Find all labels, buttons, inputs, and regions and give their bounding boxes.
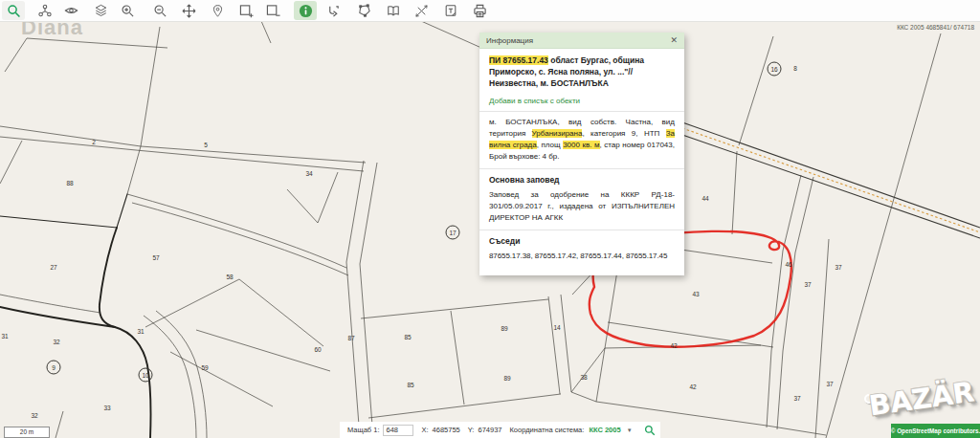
- parcel-label: 85: [404, 335, 411, 341]
- polygon-select-button[interactable]: [352, 1, 375, 20]
- locate-button[interactable]: [206, 1, 229, 20]
- parcel-label: 42: [689, 384, 696, 391]
- section-heading-order: Основна заповед: [489, 175, 675, 185]
- zoom-in-button[interactable]: [116, 1, 139, 20]
- y-coordinate-value: 674937: [478, 426, 501, 434]
- parcel-label: 34: [305, 171, 312, 178]
- road-orange-dashed: [682, 128, 980, 232]
- detail-text: , площ: [537, 141, 563, 149]
- corner-arrow-icon: [326, 4, 341, 18]
- parcel-label: 42: [670, 343, 677, 350]
- info-popup: Информация ✕ ПИ 87655.17.43 област Бурга…: [479, 33, 684, 275]
- parcel-label-circled: 17: [446, 226, 460, 240]
- divider: [479, 111, 684, 112]
- parcel-label: 31: [1, 334, 8, 340]
- parcel-label: 37: [826, 382, 833, 388]
- crs-select[interactable]: ККС 2005: [589, 426, 620, 434]
- parcel-label-circled: 16: [768, 62, 782, 77]
- search-button[interactable]: [2, 1, 25, 20]
- search-icon: [7, 4, 21, 18]
- parcel-label-circled: 9: [47, 361, 61, 375]
- parcel-label: 57: [152, 255, 159, 262]
- map-scale-bar: 20 m: [4, 427, 50, 438]
- text-page-icon: [444, 4, 457, 18]
- parcel-label: 59: [201, 365, 208, 372]
- parcel-label: 43: [692, 292, 699, 298]
- parcel-label: 37: [793, 396, 800, 403]
- x-label: X:: [421, 426, 428, 434]
- measure-button[interactable]: [410, 1, 433, 20]
- zoom-out-button[interactable]: [148, 1, 171, 20]
- location-pin-icon: [212, 4, 224, 18]
- rectangle-plus-icon: [239, 4, 254, 18]
- map-book-button[interactable]: [382, 1, 405, 20]
- parcel-label: 32: [53, 339, 59, 346]
- eye-icon: [64, 4, 78, 17]
- layers-icon: [94, 4, 108, 17]
- highlighted-value: 3000 кв. м: [563, 141, 599, 149]
- scale-input[interactable]: 648: [383, 425, 413, 436]
- zoom-in-icon: [121, 4, 135, 18]
- parcel-label: 58: [226, 274, 233, 281]
- rectangle-minus-icon: [266, 4, 280, 18]
- parcel-label: 37: [835, 265, 841, 272]
- parcel-label: 89: [503, 376, 510, 383]
- scale-label: Мащаб 1:: [347, 426, 379, 434]
- attribution-bar: © OpenStreetMap contributors.: [891, 424, 980, 438]
- section-text-neighbours: 87655.17.38, 87655.17.42, 87655.17.44, 8…: [489, 251, 675, 262]
- parcel-label: 60: [314, 347, 321, 354]
- parcel-details: м. БОСТАНЛЪКА, вид собств. Частна, вид т…: [489, 117, 675, 163]
- map-toolbar: [0, 0, 980, 22]
- coordinate-search-button[interactable]: [644, 425, 656, 436]
- chevron-down-icon[interactable]: ▼: [627, 427, 633, 433]
- share-network-icon: [38, 4, 52, 17]
- detail-text: , категория 9, НТП: [582, 129, 665, 138]
- info-icon: [299, 4, 313, 18]
- text-report-button[interactable]: [439, 1, 462, 20]
- search-icon: [644, 425, 656, 436]
- parcel-label: 87: [347, 336, 354, 342]
- popup-title: Информация: [486, 36, 670, 45]
- print-button[interactable]: [468, 1, 491, 20]
- pan-button[interactable]: [177, 1, 200, 20]
- divider: [479, 168, 684, 169]
- extent-remove-button[interactable]: [261, 1, 284, 20]
- parcel-label: 85: [407, 383, 413, 389]
- road-lines-thick: [0, 194, 151, 438]
- layers-visibility-button[interactable]: [59, 1, 82, 20]
- parcel-label: 32: [31, 413, 37, 420]
- parcel-label: 37: [804, 282, 811, 289]
- x-coordinate-value: 4685755: [433, 426, 460, 434]
- polygon-icon: [357, 4, 371, 18]
- parcel-label: 2: [92, 140, 96, 146]
- parcel-label-circled: 10: [139, 368, 153, 383]
- zoom-out-icon: [153, 4, 167, 18]
- parcel-label: 44: [702, 196, 708, 203]
- parcel-label: 14: [553, 325, 560, 332]
- divider: [479, 230, 684, 230]
- cursor-coordinates-readout: ККС 2005 4685841/ 674718: [897, 24, 974, 31]
- pan-icon: [182, 4, 196, 18]
- parcel-label: 8: [793, 66, 797, 73]
- section-heading-neighbours: Съседи: [489, 236, 675, 246]
- popup-body: ПИ 87655.17.43 област Бургас, община При…: [479, 49, 684, 275]
- add-to-object-list-link[interactable]: Добави в списък с обекти: [489, 97, 675, 105]
- extent-add-button[interactable]: [234, 1, 257, 20]
- info-tool-button[interactable]: [294, 1, 317, 20]
- share-network-button[interactable]: [33, 1, 56, 20]
- parcel-label: 88: [66, 181, 73, 187]
- layers-button[interactable]: [89, 1, 112, 20]
- status-bar: Мащаб 1: 648 X: 4685755 Y: 674937 Коорди…: [340, 422, 660, 438]
- printer-icon: [473, 4, 487, 18]
- road-top-right: [682, 122, 980, 238]
- parcel-label: 89: [501, 326, 507, 333]
- section-text-order: Заповед за одобрение на КККР РД-18-301/0…: [489, 189, 675, 224]
- info-popup-header[interactable]: Информация ✕: [479, 33, 684, 49]
- map-book-icon: [386, 4, 401, 17]
- crs-label: Координатна система:: [510, 426, 585, 434]
- parcel-summary: ПИ 87655.17.43 област Бургас, община При…: [489, 55, 675, 90]
- y-label: Y:: [468, 426, 475, 434]
- export-button[interactable]: [322, 1, 345, 20]
- close-icon[interactable]: ✕: [670, 36, 678, 45]
- osm-attribution-link[interactable]: © OpenStreetMap contributors.: [891, 427, 980, 434]
